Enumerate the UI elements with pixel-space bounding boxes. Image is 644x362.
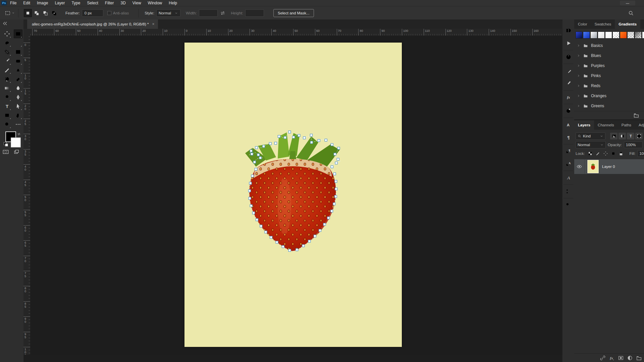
gradient-folder-basics[interactable]: Basics	[574, 41, 644, 51]
gradient-folder-pinks[interactable]: Pinks	[574, 71, 644, 81]
actions-icon[interactable]	[562, 37, 574, 50]
swap-dimensions-icon[interactable]	[220, 10, 226, 16]
menu-type[interactable]: Type	[68, 0, 84, 6]
menu-view[interactable]: View	[129, 0, 145, 6]
menu-window[interactable]: Window	[145, 0, 166, 6]
clone-stamp-tool[interactable]	[14, 66, 22, 74]
chevron-right-icon[interactable]	[577, 84, 580, 87]
paragraph-icon[interactable]: ¶	[562, 131, 574, 144]
move-tool[interactable]	[3, 29, 11, 38]
tab-gradients[interactable]: Gradients	[615, 19, 640, 29]
quick-mask-icon[interactable]	[3, 149, 9, 155]
menu-select[interactable]: Select	[84, 0, 101, 6]
edit-toolbar[interactable]	[14, 120, 22, 129]
swap-colors-icon[interactable]	[17, 131, 21, 137]
info-icon[interactable]	[562, 51, 574, 63]
lock-position-button[interactable]	[602, 150, 609, 157]
gradient-chip-white[interactable]	[605, 32, 612, 39]
chevron-right-icon[interactable]	[577, 54, 580, 57]
layer-filter-kind-select[interactable]: Kind	[576, 132, 605, 140]
default-colors-icon[interactable]	[4, 142, 8, 146]
tool-presets-icon[interactable]	[562, 105, 574, 117]
chevron-right-icon[interactable]	[577, 74, 580, 77]
gradient-chip-white-2[interactable]	[642, 32, 644, 39]
healing-brush-tool[interactable]	[14, 57, 22, 65]
eraser-tool[interactable]	[14, 75, 22, 83]
anti-alias-checkbox[interactable]	[107, 11, 111, 15]
width-input[interactable]	[199, 9, 218, 17]
gradient-folder-greens[interactable]: Greens	[574, 101, 644, 111]
tab-paths[interactable]: Paths	[618, 120, 635, 130]
chevron-right-icon[interactable]	[577, 64, 580, 67]
rectangular-marquee-tool[interactable]	[14, 29, 22, 38]
menu-3d[interactable]: 3D	[117, 0, 129, 6]
gradient-chip-orange[interactable]	[620, 32, 627, 39]
menu-image[interactable]: Image	[34, 0, 51, 6]
tool-preset-chevron-icon[interactable]	[12, 11, 15, 14]
glyphs-icon[interactable]: A	[562, 171, 574, 184]
tab-patterns[interactable]: Patterns	[640, 19, 644, 29]
tab-adjustments[interactable]: Adjustments	[635, 120, 644, 130]
photoshop-logo[interactable]: Ps	[1, 1, 7, 5]
lock-artboard-button[interactable]	[610, 150, 616, 157]
screen-mode-icon[interactable]	[13, 149, 19, 155]
history-icon[interactable]	[562, 24, 574, 37]
blur-tool[interactable]	[14, 84, 22, 93]
tab-color[interactable]: Color	[574, 19, 591, 29]
customize-toolbar-icon[interactable]	[562, 185, 574, 198]
character-styles-icon[interactable]: A	[562, 158, 574, 170]
rectangle-tool[interactable]	[3, 111, 11, 120]
link-layers-icon[interactable]	[600, 355, 606, 361]
menu-help[interactable]: Help	[165, 0, 180, 6]
filter-pixel-layers-button[interactable]	[610, 133, 618, 139]
blend-mode-select[interactable]: Normal	[576, 141, 606, 148]
gradient-chip-white-gray[interactable]	[598, 32, 605, 39]
horizontal-ruler[interactable]: 7060504030201001020304050607080901001101…	[30, 29, 562, 36]
history-brush-tool[interactable]	[3, 75, 11, 83]
lock-pixels-button[interactable]	[595, 150, 601, 157]
paragraph-styles-icon[interactable]: ¶	[562, 145, 574, 158]
eyedropper-tool[interactable]	[3, 57, 11, 65]
close-document-icon[interactable]: ×	[152, 22, 155, 26]
chevron-right-icon[interactable]	[577, 94, 580, 98]
gradient-tool[interactable]	[3, 84, 11, 93]
ruler-corner[interactable]	[23, 29, 31, 36]
add-to-selection-button[interactable]	[33, 9, 41, 17]
lock-transparent-button[interactable]	[587, 150, 593, 157]
new-adjustment-icon[interactable]	[627, 355, 633, 361]
add-mask-icon[interactable]	[618, 355, 624, 361]
gradient-folder-reds[interactable]: Reds	[574, 81, 644, 91]
menu-edit[interactable]: Edit	[20, 0, 34, 6]
crop-tool[interactable]	[3, 48, 11, 56]
layer-thumbnail[interactable]	[587, 160, 599, 173]
filter-shape-layers-button[interactable]	[635, 133, 643, 139]
frame-tool[interactable]	[14, 48, 22, 56]
styles-icon[interactable]: fx	[562, 91, 574, 104]
tab-channels[interactable]: Channels	[594, 120, 618, 130]
brush-tool[interactable]	[3, 66, 11, 74]
gradient-chip-gray-transparent[interactable]	[627, 32, 634, 39]
dodge-tool[interactable]	[3, 93, 11, 102]
libraries-icon[interactable]	[562, 199, 574, 212]
menu-filter[interactable]: Filter	[102, 0, 117, 6]
filter-adjustment-layers-button[interactable]	[619, 133, 626, 139]
new-group-icon[interactable]	[636, 355, 642, 361]
fill-input[interactable]: 100%	[637, 150, 644, 157]
character-icon[interactable]: A	[562, 118, 574, 131]
path-selection-tool[interactable]	[14, 102, 22, 111]
gradient-folder-purples[interactable]: Purples	[574, 61, 644, 71]
tab-layers[interactable]: Layers	[574, 120, 594, 130]
layer-name[interactable]: Layer 0	[602, 165, 615, 169]
current-tool-icon[interactable]	[5, 10, 11, 16]
intersect-selection-button[interactable]	[50, 9, 58, 17]
layer-visibility-toggle[interactable]	[574, 159, 585, 174]
layer-styles-icon[interactable]: fx	[609, 355, 615, 361]
gradient-chip-blue[interactable]	[583, 32, 590, 39]
chevron-right-icon[interactable]	[577, 44, 580, 47]
strawberry-image[interactable]	[243, 129, 343, 256]
layer-row[interactable]: Layer 0	[574, 159, 644, 174]
new-selection-button[interactable]	[24, 9, 32, 17]
gradient-folder-oranges[interactable]: Oranges	[574, 91, 644, 101]
pen-tool[interactable]	[14, 93, 22, 102]
filter-type-layers-button[interactable]: T	[627, 133, 634, 139]
